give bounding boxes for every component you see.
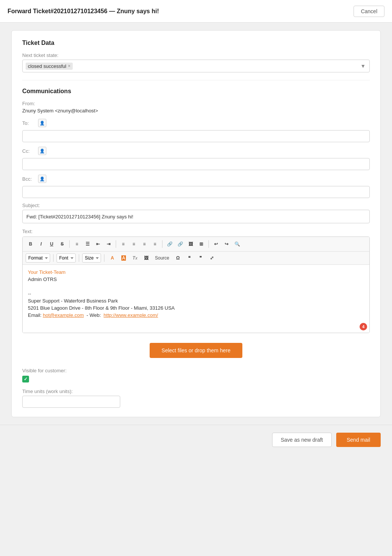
bold-button[interactable]: B [26, 239, 35, 249]
font-color-button[interactable]: A [107, 253, 117, 263]
cc-field: Cc: 👤 [22, 147, 370, 170]
ordered-list-button[interactable]: ≡ [72, 239, 82, 249]
email-label: Email: [28, 312, 41, 318]
scroll-badge: 4 [360, 323, 367, 330]
upload-area: Select files or drop them here [22, 339, 370, 362]
web-link[interactable]: http://www.example.com/ [104, 312, 158, 318]
next-state-label: Next ticket state: [22, 52, 370, 58]
cc-label: Cc: [22, 148, 37, 154]
editor-toolbar-row2: Format Font Size A A [23, 252, 369, 265]
to-row-header: To: 👤 [22, 119, 46, 127]
align-right-button[interactable]: ≡ [139, 239, 149, 249]
page-title: Forward Ticket#2021012710123456 — Znuny … [8, 8, 159, 15]
bcc-label: Bcc: [22, 176, 37, 182]
align-justify-button[interactable]: ≡ [150, 239, 160, 249]
editor-company: Super Support - Waterford Business Park [28, 298, 364, 304]
dropdown-arrow-icon: ▼ [360, 63, 366, 69]
toolbar-sep5 [53, 254, 54, 262]
to-contact-icon[interactable]: 👤 [38, 119, 46, 127]
main-content: Ticket Data Next ticket state: closed su… [0, 23, 392, 425]
toolbar-sep2 [116, 240, 116, 248]
blockquote-button[interactable]: ❝ [184, 253, 194, 263]
text-label: Text: [22, 229, 370, 234]
state-select[interactable]: closed successful × ▼ [22, 60, 370, 72]
strikethrough-button[interactable]: S [57, 239, 67, 249]
subject-input[interactable] [22, 210, 370, 223]
time-units-label: Time units (work units): [22, 389, 370, 394]
cc-contact-icon[interactable]: 👤 [38, 147, 46, 155]
editor-toolbar-row1: B I U S ≡ ☰ ⇤ ⇥ ≡ ≡ ≡ ≡ 🔗 🔗 [23, 237, 369, 252]
footer-actions: Save as new draft Send mail [0, 425, 392, 455]
section-divider [22, 80, 370, 80]
next-state-field: Next ticket state: closed successful × ▼ [22, 52, 370, 72]
page-header: Forward Ticket#2021012710123456 — Znuny … [0, 0, 392, 23]
undo-button[interactable]: ↩ [211, 239, 221, 249]
editor-admin: Admin OTRS [28, 276, 364, 282]
clear-format-button[interactable]: Tx [130, 253, 140, 263]
unquote-button[interactable]: ❞ [196, 253, 205, 263]
font-select[interactable]: Font [57, 253, 76, 263]
link-button[interactable]: 🔗 [165, 239, 175, 249]
cc-input[interactable] [22, 158, 370, 170]
send-mail-button[interactable]: Send mail [336, 433, 381, 447]
ticket-data-title: Ticket Data [22, 40, 370, 46]
bcc-contact-icon[interactable]: 👤 [38, 175, 46, 183]
toolbar-sep1 [69, 240, 70, 248]
state-remove-icon[interactable]: × [68, 63, 70, 69]
time-units-input[interactable] [22, 396, 120, 408]
form-card: Ticket Data Next ticket state: closed su… [11, 30, 381, 417]
bcc-field: Bcc: 👤 [22, 175, 370, 198]
text-field: Text: B I U S ≡ ☰ ⇤ ⇥ ≡ ≡ ≡ ≡ [22, 229, 370, 333]
unlink-button[interactable]: 🔗 [175, 239, 185, 249]
bcc-input[interactable] [22, 186, 370, 198]
toolbar-sep3 [162, 240, 162, 248]
table-button[interactable]: ⊞ [196, 239, 206, 249]
subject-field: Subject: [22, 203, 370, 223]
visible-checkbox[interactable] [22, 376, 29, 382]
cc-row-header: Cc: 👤 [22, 147, 46, 155]
toolbar-sep7 [104, 254, 104, 262]
editor-body[interactable]: Your Ticket-Team Admin OTRS -- Super Sup… [23, 265, 369, 333]
italic-button[interactable]: I [36, 239, 46, 249]
to-label: To: [22, 120, 37, 126]
visible-label: Visible for customer: [22, 368, 370, 373]
state-value: closed successful [28, 63, 66, 69]
visible-section: Visible for customer: [22, 368, 370, 382]
outdent-button[interactable]: ⇤ [93, 239, 103, 249]
cancel-button[interactable]: Cancel [354, 6, 384, 17]
from-field: From: Znuny System <znuny@localhost> [22, 101, 370, 114]
source-button[interactable]: Source [153, 255, 172, 261]
underline-button[interactable]: U [47, 239, 57, 249]
time-units-section: Time units (work units): [22, 389, 370, 408]
insert-image-button[interactable]: 🖼 [141, 253, 151, 263]
indent-button[interactable]: ⇥ [104, 239, 113, 249]
save-draft-button[interactable]: Save as new draft [272, 433, 332, 447]
bg-color-button[interactable]: A [119, 253, 129, 263]
align-center-button[interactable]: ≡ [129, 239, 139, 249]
upload-button[interactable]: Select files or drop them here [150, 343, 243, 358]
toolbar-sep4 [208, 240, 209, 248]
special-chars-button[interactable]: Ω [173, 253, 183, 263]
unordered-list-button[interactable]: ☰ [83, 239, 92, 249]
toolbar-sep6 [79, 254, 79, 262]
communications-title: Communications [22, 88, 370, 95]
search-button[interactable]: 🔍 [232, 239, 242, 249]
email-link[interactable]: hot@example.com [43, 312, 84, 318]
fullscreen-button[interactable]: ⤢ [207, 253, 217, 263]
from-label: From: [22, 101, 370, 106]
editor-ticket-team: Your Ticket-Team [28, 269, 364, 275]
editor-contact-line: Email: hot@example.com - Web: http://www… [28, 312, 364, 318]
editor-address-line: 5201 Blue Lagoon Drive - 8th Floor & 9th… [28, 305, 364, 311]
redo-button[interactable]: ↪ [222, 239, 231, 249]
align-left-button[interactable]: ≡ [118, 239, 128, 249]
format-select[interactable]: Format [26, 253, 50, 263]
bcc-row-header: Bcc: 👤 [22, 175, 46, 183]
subject-label: Subject: [22, 203, 370, 208]
to-input[interactable] [22, 130, 370, 142]
editor-container: B I U S ≡ ☰ ⇤ ⇥ ≡ ≡ ≡ ≡ 🔗 🔗 [22, 237, 370, 333]
state-tag: closed successful × [26, 63, 73, 70]
editor-sep-line: -- [28, 291, 364, 296]
from-value: Znuny System <znuny@localhost> [22, 108, 370, 114]
image-button[interactable]: 🖼 [186, 239, 196, 249]
size-select[interactable]: Size [82, 253, 101, 263]
